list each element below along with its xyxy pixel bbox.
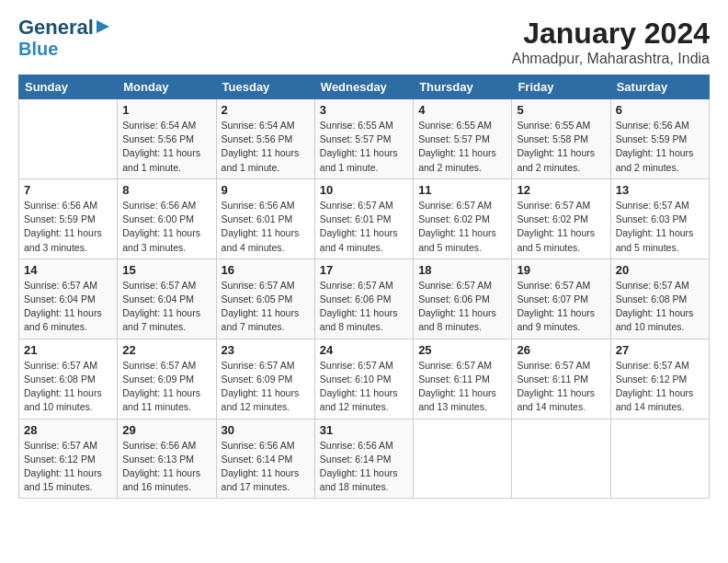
calendar-cell: 6Sunrise: 6:56 AMSunset: 5:59 PMDaylight…: [610, 99, 709, 179]
logo-general: General: [18, 17, 94, 39]
day-number: 12: [517, 183, 605, 197]
day-info: Sunrise: 6:56 AMSunset: 6:01 PMDaylight:…: [222, 199, 310, 255]
calendar-cell: 16Sunrise: 6:57 AMSunset: 6:05 PMDayligh…: [216, 259, 314, 339]
calendar-cell: 26Sunrise: 6:57 AMSunset: 6:11 PMDayligh…: [512, 339, 610, 419]
day-number: 21: [24, 343, 112, 357]
calendar-cell: 11Sunrise: 6:57 AMSunset: 6:02 PMDayligh…: [414, 178, 512, 259]
day-number: 22: [122, 343, 210, 357]
day-info: Sunrise: 6:57 AMSunset: 6:06 PMDaylight:…: [418, 279, 506, 335]
day-number: 19: [517, 263, 605, 277]
calendar-cell: [19, 99, 118, 179]
day-number: 30: [222, 423, 310, 437]
day-info: Sunrise: 6:56 AMSunset: 6:00 PMDaylight:…: [122, 199, 210, 255]
day-info: Sunrise: 6:57 AMSunset: 6:12 PMDaylight:…: [24, 439, 112, 495]
calendar-cell: 22Sunrise: 6:57 AMSunset: 6:09 PMDayligh…: [118, 339, 216, 419]
calendar-week-row: 28Sunrise: 6:57 AMSunset: 6:12 PMDayligh…: [19, 419, 710, 499]
calendar-week-row: 7Sunrise: 6:56 AMSunset: 5:59 PMDaylight…: [19, 178, 710, 259]
page: General Blue January 2024 Ahmadpur, Maha…: [0, 0, 728, 508]
day-info: Sunrise: 6:56 AMSunset: 5:59 PMDaylight:…: [24, 199, 112, 255]
day-info: Sunrise: 6:57 AMSunset: 6:08 PMDaylight:…: [616, 279, 704, 335]
calendar-cell: 18Sunrise: 6:57 AMSunset: 6:06 PMDayligh…: [414, 259, 512, 339]
location: Ahmadpur, Maharashtra, India: [512, 51, 710, 67]
calendar-cell: 1Sunrise: 6:54 AMSunset: 5:56 PMDaylight…: [118, 99, 216, 179]
day-number: 7: [24, 183, 112, 197]
day-info: Sunrise: 6:54 AMSunset: 5:56 PMDaylight:…: [222, 119, 310, 175]
day-number: 16: [222, 263, 310, 277]
col-header-sunday: Sunday: [19, 75, 118, 99]
col-header-saturday: Saturday: [610, 75, 709, 99]
calendar-cell: 15Sunrise: 6:57 AMSunset: 6:04 PMDayligh…: [118, 259, 216, 339]
day-number: 2: [222, 103, 310, 117]
day-info: Sunrise: 6:57 AMSunset: 6:02 PMDaylight:…: [418, 199, 506, 255]
day-info: Sunrise: 6:56 AMSunset: 6:14 PMDaylight:…: [320, 439, 408, 495]
calendar-table: SundayMondayTuesdayWednesdayThursdayFrid…: [18, 75, 710, 499]
day-info: Sunrise: 6:57 AMSunset: 6:09 PMDaylight:…: [122, 359, 210, 415]
day-info: Sunrise: 6:55 AMSunset: 5:58 PMDaylight:…: [517, 119, 605, 175]
col-header-thursday: Thursday: [414, 75, 512, 99]
calendar-week-row: 1Sunrise: 6:54 AMSunset: 5:56 PMDaylight…: [19, 99, 710, 179]
day-info: Sunrise: 6:56 AMSunset: 5:59 PMDaylight:…: [616, 119, 704, 175]
day-number: 13: [616, 183, 704, 197]
calendar-header-row: SundayMondayTuesdayWednesdayThursdayFrid…: [19, 75, 710, 99]
calendar-cell: 5Sunrise: 6:55 AMSunset: 5:58 PMDaylight…: [512, 99, 610, 179]
calendar-cell: 9Sunrise: 6:56 AMSunset: 6:01 PMDaylight…: [216, 178, 314, 259]
day-info: Sunrise: 6:57 AMSunset: 6:02 PMDaylight:…: [517, 199, 605, 255]
calendar-week-row: 21Sunrise: 6:57 AMSunset: 6:08 PMDayligh…: [19, 339, 710, 419]
calendar-cell: 13Sunrise: 6:57 AMSunset: 6:03 PMDayligh…: [610, 178, 709, 259]
calendar-cell: 24Sunrise: 6:57 AMSunset: 6:10 PMDayligh…: [314, 339, 413, 419]
day-number: 17: [320, 263, 408, 277]
calendar-cell: 29Sunrise: 6:56 AMSunset: 6:13 PMDayligh…: [118, 419, 216, 499]
calendar-cell: 2Sunrise: 6:54 AMSunset: 5:56 PMDaylight…: [216, 99, 314, 179]
day-number: 24: [320, 343, 408, 357]
col-header-wednesday: Wednesday: [314, 75, 413, 99]
day-number: 9: [222, 183, 310, 197]
col-header-monday: Monday: [118, 75, 216, 99]
day-info: Sunrise: 6:57 AMSunset: 6:03 PMDaylight:…: [616, 199, 704, 255]
day-info: Sunrise: 6:57 AMSunset: 6:09 PMDaylight:…: [222, 359, 310, 415]
calendar-cell: [610, 419, 709, 499]
day-info: Sunrise: 6:57 AMSunset: 6:04 PMDaylight:…: [122, 279, 210, 335]
day-info: Sunrise: 6:56 AMSunset: 6:14 PMDaylight:…: [222, 439, 310, 495]
day-info: Sunrise: 6:56 AMSunset: 6:13 PMDaylight:…: [122, 439, 210, 495]
day-number: 23: [222, 343, 310, 357]
title-block: January 2024 Ahmadpur, Maharashtra, Indi…: [512, 17, 710, 67]
calendar-cell: 23Sunrise: 6:57 AMSunset: 6:09 PMDayligh…: [216, 339, 314, 419]
day-number: 4: [418, 103, 506, 117]
month-title: January 2024: [512, 17, 710, 51]
calendar-week-row: 14Sunrise: 6:57 AMSunset: 6:04 PMDayligh…: [19, 259, 710, 339]
calendar-cell: 28Sunrise: 6:57 AMSunset: 6:12 PMDayligh…: [19, 419, 118, 499]
calendar-cell: 8Sunrise: 6:56 AMSunset: 6:00 PMDaylight…: [118, 178, 216, 259]
logo-arrow-icon: [95, 18, 111, 35]
day-number: 25: [418, 343, 506, 357]
calendar-cell: 14Sunrise: 6:57 AMSunset: 6:04 PMDayligh…: [19, 259, 118, 339]
calendar-cell: 4Sunrise: 6:55 AMSunset: 5:57 PMDaylight…: [414, 99, 512, 179]
calendar-cell: 27Sunrise: 6:57 AMSunset: 6:12 PMDayligh…: [610, 339, 709, 419]
logo: General Blue: [18, 17, 111, 59]
day-info: Sunrise: 6:57 AMSunset: 6:01 PMDaylight:…: [320, 199, 408, 255]
day-info: Sunrise: 6:57 AMSunset: 6:10 PMDaylight:…: [320, 359, 408, 415]
calendar-cell: [414, 419, 512, 499]
day-number: 1: [122, 103, 210, 117]
day-number: 29: [122, 423, 210, 437]
col-header-friday: Friday: [512, 75, 610, 99]
calendar-cell: 31Sunrise: 6:56 AMSunset: 6:14 PMDayligh…: [314, 419, 413, 499]
day-number: 20: [616, 263, 704, 277]
calendar-cell: 10Sunrise: 6:57 AMSunset: 6:01 PMDayligh…: [314, 178, 413, 259]
day-info: Sunrise: 6:57 AMSunset: 6:12 PMDaylight:…: [616, 359, 704, 415]
col-header-tuesday: Tuesday: [216, 75, 314, 99]
calendar-cell: 20Sunrise: 6:57 AMSunset: 6:08 PMDayligh…: [610, 259, 709, 339]
day-number: 8: [122, 183, 210, 197]
day-info: Sunrise: 6:54 AMSunset: 5:56 PMDaylight:…: [122, 119, 210, 175]
day-info: Sunrise: 6:57 AMSunset: 6:04 PMDaylight:…: [24, 279, 112, 335]
header: General Blue January 2024 Ahmadpur, Maha…: [18, 17, 710, 67]
day-number: 26: [517, 343, 605, 357]
calendar-cell: [512, 419, 610, 499]
calendar-cell: 19Sunrise: 6:57 AMSunset: 6:07 PMDayligh…: [512, 259, 610, 339]
day-number: 14: [24, 263, 112, 277]
svg-marker-0: [97, 20, 109, 33]
day-info: Sunrise: 6:57 AMSunset: 6:05 PMDaylight:…: [222, 279, 310, 335]
day-number: 18: [418, 263, 506, 277]
day-info: Sunrise: 6:57 AMSunset: 6:11 PMDaylight:…: [418, 359, 506, 415]
calendar-cell: 25Sunrise: 6:57 AMSunset: 6:11 PMDayligh…: [414, 339, 512, 419]
logo-blue: Blue: [18, 39, 58, 59]
